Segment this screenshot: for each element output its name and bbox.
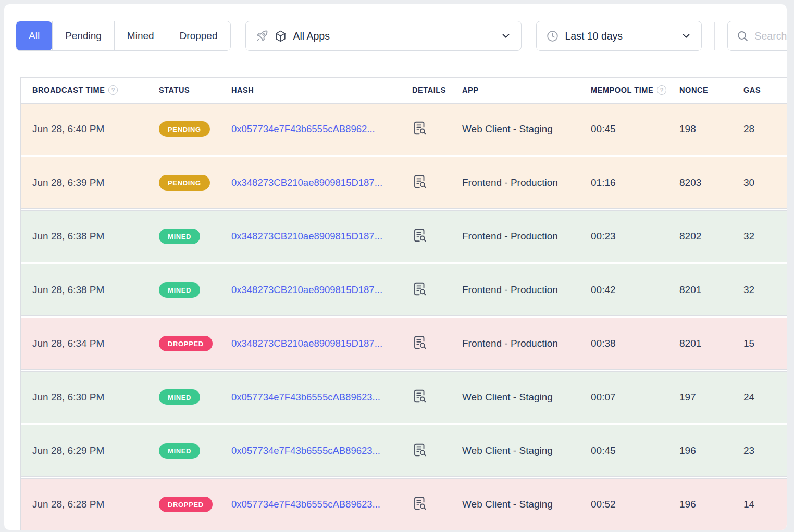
mempool-time-cell: 00:45 (591, 445, 679, 457)
status-cell: MINED (159, 443, 231, 459)
mempool-time-cell: 01:16 (591, 177, 679, 188)
details-cell (412, 120, 462, 138)
nonce-cell: 196 (679, 499, 743, 510)
details-button[interactable] (412, 442, 428, 458)
nonce-cell: 8203 (679, 177, 743, 188)
details-cell (412, 174, 462, 192)
table-row: Jun 28, 6:34 PM DROPPED 0x348273CB210ae8… (21, 318, 787, 370)
details-cell (412, 335, 462, 353)
filter-toolbar: All Pending Mined Dropped All Apps (16, 21, 787, 51)
table-row: Jun 28, 6:38 PM MINED 0x348273CB210ae890… (21, 264, 787, 316)
hash-link[interactable]: 0x057734e7F43b6555cAB89623... (231, 499, 380, 510)
details-button[interactable] (412, 335, 428, 350)
gas-cell: 14 (743, 499, 787, 510)
status-filter-tabs: All Pending Mined Dropped (16, 21, 231, 51)
search-icon (736, 30, 749, 42)
broadcast-time-cell: Jun 28, 6:30 PM (32, 391, 159, 403)
table-row: Jun 28, 6:38 PM MINED 0x348273CB210ae890… (21, 210, 787, 262)
col-hash: HASH (231, 86, 412, 94)
details-cell (412, 281, 462, 299)
search-input[interactable] (755, 30, 787, 42)
app-cell: Frontend - Production (462, 338, 591, 349)
main-panel: All Pending Mined Dropped All Apps (4, 4, 787, 530)
hash-link[interactable]: 0x348273CB210ae8909815D187... (231, 177, 382, 188)
details-button[interactable] (412, 281, 428, 297)
col-label: STATUS (159, 86, 190, 94)
time-filter-value: Last 10 days (565, 30, 623, 42)
transactions-table: BROADCAST TIME ? STATUS HASH DETAILS APP… (20, 77, 787, 530)
details-button[interactable] (412, 120, 428, 136)
details-button[interactable] (412, 496, 428, 511)
mempool-time-cell: 00:23 (591, 231, 679, 242)
mempool-time-cell: 00:42 (591, 284, 679, 296)
chevron-down-icon (680, 30, 692, 42)
table-row: Jun 28, 6:39 PM PENDING 0x348273CB210ae8… (21, 157, 787, 209)
gas-cell: 23 (743, 445, 787, 457)
tab-dropped[interactable]: Dropped (167, 21, 230, 50)
status-cell: DROPPED (159, 336, 231, 351)
app-cube-icon (274, 30, 287, 43)
details-cell (412, 496, 462, 514)
broadcast-time-cell: Jun 28, 6:38 PM (32, 231, 159, 242)
hash-cell: 0x348273CB210ae8909815D187... (231, 231, 412, 242)
help-icon[interactable]: ? (657, 85, 666, 95)
details-cell (412, 388, 462, 407)
mempool-time-cell: 00:45 (591, 123, 679, 135)
broadcast-time-cell: Jun 28, 6:40 PM (32, 123, 159, 135)
col-label: BROADCAST TIME (32, 86, 105, 94)
status-cell: PENDING (159, 175, 231, 191)
help-icon[interactable]: ? (108, 85, 118, 95)
status-cell: PENDING (159, 121, 231, 137)
nonce-cell: 197 (679, 391, 743, 403)
hash-link[interactable]: 0x057734e7F43b6555cAB89623... (231, 445, 380, 456)
col-mempool-time: MEMPOOL TIME ? (591, 85, 679, 95)
gas-cell: 30 (743, 177, 787, 188)
tab-mined[interactable]: Mined (114, 21, 167, 50)
hash-cell: 0x057734e7F43b6555cAB89623... (231, 391, 412, 403)
hash-link[interactable]: 0x348273CB210ae8909815D187... (231, 231, 382, 242)
status-badge: PENDING (159, 121, 210, 137)
broadcast-time-cell: Jun 28, 6:28 PM (32, 499, 159, 510)
hash-link[interactable]: 0x057734e7F43b6555cAB8962... (231, 123, 375, 134)
details-button[interactable] (412, 388, 428, 404)
hash-cell: 0x348273CB210ae8909815D187... (231, 284, 412, 296)
app-cell: Web Client - Staging (462, 499, 591, 510)
mempool-time-cell: 00:52 (591, 499, 679, 510)
app-cell: Frontend - Production (462, 284, 591, 296)
status-cell: MINED (159, 389, 231, 405)
nonce-cell: 8201 (679, 338, 743, 349)
col-label: MEMPOOL TIME (591, 86, 653, 94)
clock-icon (546, 30, 559, 43)
app-cell: Web Client - Staging (462, 445, 591, 457)
hash-cell: 0x057734e7F43b6555cAB89623... (231, 445, 412, 457)
details-button[interactable] (412, 174, 428, 189)
table-row: Jun 28, 6:29 PM MINED 0x057734e7F43b6555… (21, 425, 787, 477)
col-details: DETAILS (412, 86, 462, 94)
col-label: NONCE (679, 86, 708, 94)
status-badge: MINED (159, 443, 200, 459)
gas-cell: 24 (743, 391, 787, 403)
hash-link[interactable]: 0x057734e7F43b6555cAB89623... (231, 391, 380, 402)
gas-cell: 15 (743, 338, 787, 349)
col-nonce: NONCE (679, 86, 743, 94)
status-badge: DROPPED (159, 336, 213, 351)
hash-link[interactable]: 0x348273CB210ae8909815D187... (231, 284, 382, 295)
search-box[interactable] (727, 21, 787, 51)
rocket-icon (255, 29, 269, 43)
hash-cell: 0x348273CB210ae8909815D187... (231, 338, 412, 349)
tab-all[interactable]: All (16, 21, 52, 50)
time-filter-dropdown[interactable]: Last 10 days (536, 21, 702, 51)
status-badge: MINED (159, 229, 200, 244)
nonce-cell: 198 (679, 123, 743, 135)
app-filter-dropdown[interactable]: All Apps (245, 21, 522, 51)
mempool-time-cell: 00:07 (591, 391, 679, 403)
gas-cell: 32 (743, 231, 787, 242)
app-cell: Web Client - Staging (462, 123, 591, 135)
table-row: Jun 28, 6:30 PM MINED 0x057734e7F43b6555… (21, 371, 787, 423)
details-button[interactable] (412, 227, 428, 243)
status-cell: DROPPED (159, 497, 231, 512)
app-cell: Frontend - Production (462, 231, 591, 242)
hash-link[interactable]: 0x348273CB210ae8909815D187... (231, 338, 382, 349)
mempool-time-cell: 00:38 (591, 338, 679, 349)
tab-pending[interactable]: Pending (52, 21, 114, 50)
